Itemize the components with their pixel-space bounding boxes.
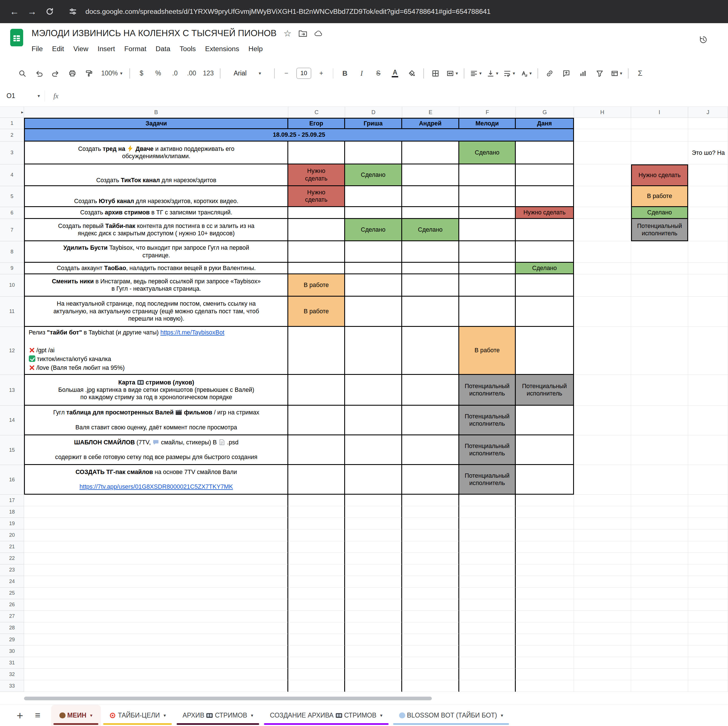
cell-B20[interactable] [24,529,288,541]
cell-B24[interactable] [24,576,288,587]
sheet-tab-1[interactable]: МЕИН▾ [51,705,101,726]
cell-D7[interactable]: Сделано [345,219,402,241]
cell-B23[interactable] [24,564,288,576]
cell-D19[interactable] [345,518,402,529]
cell-H29[interactable] [574,634,631,645]
cell-E27[interactable] [402,611,459,622]
scrollbar-thumb[interactable] [24,697,432,700]
cell-B16[interactable]: СОЗДАТЬ ТГ-пак смайлов на основе 7TV сма… [24,465,288,495]
cell-C29[interactable] [288,634,345,645]
cell-F24[interactable] [459,576,516,587]
cell-C4[interactable]: Нужносделать [288,165,345,186]
cell-D20[interactable] [345,529,402,541]
cell-B1[interactable]: Задачи [24,118,288,129]
cell-D25[interactable] [345,587,402,599]
document-title[interactable]: МЭЛОДИ ИЗВИНИСЬ НА КОЛЕНЯХ С ТЫСЯЧЕЙ ПИО… [32,28,277,38]
cell-F4[interactable] [459,165,516,186]
cell-D17[interactable] [345,495,402,506]
cell-I13[interactable] [631,375,688,406]
cell-H10[interactable] [574,274,631,297]
row-header-17[interactable]: 17 [0,495,24,506]
cell-C11[interactable]: В работе [288,297,345,327]
cell-C32[interactable] [288,669,345,680]
cell-E25[interactable] [402,587,459,599]
cell-C20[interactable] [288,529,345,541]
horizontal-align-button[interactable]: ▾ [467,66,484,80]
cell-F18[interactable] [459,506,516,518]
row-header-33[interactable]: 33 [0,680,24,692]
cell-C23[interactable] [288,564,345,576]
cell-E16[interactable] [402,465,459,495]
cell-H20[interactable] [574,529,631,541]
cell-D29[interactable] [345,634,402,645]
cell-F26[interactable] [459,599,516,611]
cell-I29[interactable] [631,634,688,645]
cell-I23[interactable] [631,564,688,576]
cell-I24[interactable] [631,576,688,587]
cell-J24[interactable] [688,576,728,587]
cell-C22[interactable] [288,553,345,564]
menu-extensions[interactable]: Extensions [200,44,243,54]
cell-F31[interactable] [459,657,516,669]
cell-J26[interactable] [688,599,728,611]
cell-F28[interactable] [459,622,516,634]
cell-H22[interactable] [574,553,631,564]
italic-button[interactable]: I [353,66,370,80]
row-header-9[interactable]: 9 [0,263,24,274]
cell-F8[interactable] [459,241,516,263]
cell-J12[interactable] [688,327,728,375]
cell-D23[interactable] [345,564,402,576]
cell-I2[interactable] [631,129,688,142]
cell-D4[interactable]: Сделано [345,165,402,186]
cell-B27[interactable] [24,611,288,622]
cell-B19[interactable] [24,518,288,529]
cell-H27[interactable] [574,611,631,622]
cell-C16[interactable] [288,465,345,495]
cell-I28[interactable] [631,622,688,634]
row-header-10[interactable]: 10 [0,274,24,297]
cell-H12[interactable] [574,327,631,375]
cell-B2-merged[interactable]: 18.09.25 - 25.09.25 [24,129,574,142]
column-header-H[interactable]: H [574,107,631,118]
cell-H32[interactable] [574,669,631,680]
cell-E18[interactable] [402,506,459,518]
cell-D32[interactable] [345,669,402,680]
select-all-corner[interactable]: ▸ [0,107,24,118]
cell-B11[interactable]: На неактуальной странице, под последним … [24,297,288,327]
cell-J28[interactable] [688,622,728,634]
cell-J1[interactable] [688,118,728,129]
cell-B17[interactable] [24,495,288,506]
cell-B6[interactable]: Создать архив стримов в ТГ с записями тр… [24,207,288,219]
cell-B5[interactable]: Создать Ютуб канал для нарезок/эдитов, к… [24,186,288,207]
row-header-29[interactable]: 29 [0,634,24,645]
cell-C33[interactable] [288,680,345,692]
cell-B22[interactable] [24,553,288,564]
cell-I1[interactable] [631,118,688,129]
cell-J2[interactable] [688,129,728,142]
cell-G11[interactable] [516,297,574,327]
cell-G20[interactable] [516,529,574,541]
cell-D22[interactable] [345,553,402,564]
cell-I30[interactable] [631,645,688,657]
cell-E17[interactable] [402,495,459,506]
row-header-31[interactable]: 31 [0,657,24,669]
borders-button[interactable] [427,66,444,80]
row-header-12[interactable]: 12 [0,327,24,375]
cell-C17[interactable] [288,495,345,506]
menu-view[interactable]: View [69,44,93,54]
print-button[interactable] [64,66,81,80]
cell-G12[interactable] [516,327,574,375]
cell-B14[interactable]: Гугл таблица для просмотренных Валей фил… [24,406,288,435]
cell-B12[interactable]: Релиз "тайби бот" в Taybichat (и другие … [24,327,288,375]
cell-E19[interactable] [402,518,459,529]
cell-G14[interactable] [516,406,574,435]
functions-button[interactable]: Σ [632,66,648,80]
cell-I26[interactable] [631,599,688,611]
add-sheet-button[interactable]: + [11,706,29,724]
font-select[interactable]: Arial▾ [223,66,271,80]
cell-E30[interactable] [402,645,459,657]
all-sheets-button[interactable]: ≡ [29,706,46,724]
cell-J17[interactable] [688,495,728,506]
cell-E31[interactable] [402,657,459,669]
cell-B4[interactable]: Создать ТикТок канал для нарезок/эдитов [24,165,288,186]
